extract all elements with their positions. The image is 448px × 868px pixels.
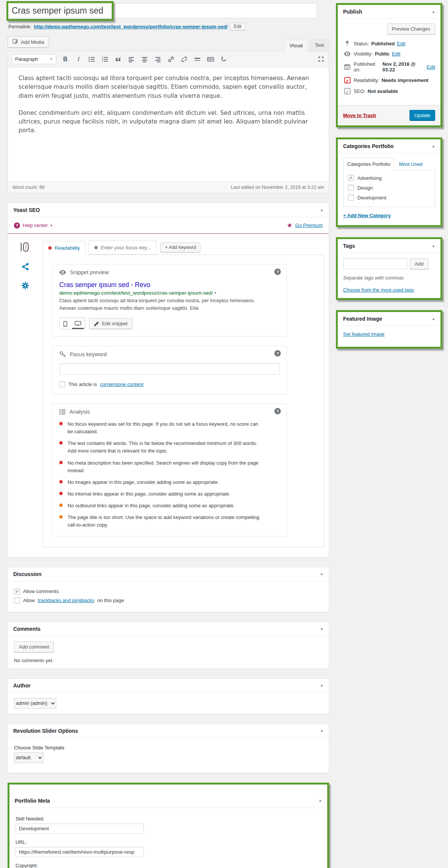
tab-text[interactable]: Text [309,40,329,51]
url-input[interactable] [15,847,144,857]
permalink-link[interactable]: http://demo.wpthemego.com/test/test_word… [34,24,228,29]
share-icon[interactable] [21,263,29,271]
chevron-down-icon: ▾ [50,224,52,227]
allow-comments-checkbox[interactable] [14,588,20,595]
bullet-list-icon[interactable] [88,55,96,63]
post-title-input[interactable] [8,3,317,18]
tags-panel: Tags ▲ Add Separate tags with commas Cho… [338,239,440,298]
focus-keyword-heading: Focus keyword [70,351,107,357]
preview-changes-button[interactable]: Preview Changes [387,23,435,34]
collapse-toggle-icon[interactable]: ▲ [320,209,323,212]
align-right-icon[interactable] [154,55,162,63]
fullscreen-icon[interactable] [317,55,325,63]
unlink-icon[interactable] [180,55,188,63]
desktop-preview-icon[interactable] [71,318,85,329]
collapse-toggle-icon[interactable]: ▲ [320,684,323,687]
help-center-button[interactable]: ? Help center ▾ [14,222,52,229]
published-on-edit-link[interactable]: Edit [427,64,435,70]
trackbacks-link[interactable]: trackbacks and pingbacks [38,598,94,603]
more-tag-icon[interactable] [193,55,202,63]
collapse-toggle-icon[interactable]: ▲ [432,145,435,148]
category-checkbox[interactable] [348,175,354,181]
collapse-toggle-icon[interactable]: ▲ [432,10,435,14]
most-used-tags-link[interactable]: Choose from the most used tags [343,287,414,293]
traffic-light-icon [20,242,30,252]
permalink-edit-button[interactable]: Edit [230,23,245,30]
readability-label: Readability: [354,77,379,83]
add-tag-button[interactable]: Add [410,258,428,269]
status-label: Status: [354,41,369,46]
update-button[interactable]: Update [410,110,435,121]
align-left-icon[interactable] [127,55,135,63]
tab-all-categories[interactable]: Categories Portfolio [343,158,394,170]
star-icon: ★ [287,221,293,229]
add-new-category-link[interactable]: + Add New Category [343,213,391,218]
author-select[interactable]: admin (admin) [14,698,56,709]
blockquote-icon[interactable] [114,55,122,63]
snippet-preview-heading: Snippet preview [70,269,109,275]
severity-dot [59,492,63,495]
categories-tabs: Categories Portfolio Most Used [343,158,435,170]
help-icon[interactable]: ? [274,408,281,414]
move-to-trash-link[interactable]: Move to Trash [343,113,376,118]
toolbar-toggle-icon[interactable] [206,55,215,63]
skill-needed-input[interactable] [15,823,144,834]
word-count-label: Word count: [12,185,38,190]
snippet-title[interactable]: Cras semper ipsum sed - Revo [59,281,280,289]
collapse-toggle-icon[interactable]: ▲ [320,627,323,630]
mobile-preview-icon[interactable] [60,318,71,329]
tab-visual[interactable]: Visual [284,40,308,51]
analysis-item: The text contains 66 words. This is far … [59,440,265,455]
status-edit-link[interactable]: Edit [397,41,405,46]
refresh-icon[interactable] [220,55,228,63]
category-checkbox[interactable] [348,185,354,191]
link-icon[interactable] [167,55,175,63]
tags-input[interactable] [343,258,407,269]
cornerstone-checkbox[interactable] [59,381,65,387]
add-comment-button[interactable]: Add comment [14,641,54,652]
add-keyword-button[interactable]: + Add keyword [160,242,200,252]
italic-icon[interactable]: I [74,55,83,63]
paragraph-format-select[interactable]: Paragraph ▼ [12,54,56,64]
focus-keyword-input[interactable] [59,363,280,375]
gear-icon[interactable] [21,281,29,290]
category-item: Design [348,185,430,191]
numbered-list-icon[interactable] [101,55,109,63]
yoast-icon-rail [8,241,43,547]
visibility-edit-link[interactable]: Edit [392,51,400,57]
media-row: Add Media Visual Text [8,36,329,51]
bold-icon[interactable]: B [61,55,69,63]
analysis-item: No images appear in this page, consider … [59,479,265,486]
keyword-score-dot [94,246,98,249]
tags-hint: Separate tags with commas [343,275,435,281]
collapse-toggle-icon[interactable]: ▲ [432,244,435,248]
analysis-text: No outbound links appear in this page, c… [68,502,235,510]
analysis-item: No internal links appear in this page, c… [59,490,265,498]
category-checkbox[interactable] [348,195,354,201]
main-column: Permalink: http://demo.wpthemego.com/tes… [8,3,329,868]
tab-focus-keyword[interactable]: Enter your focus key... [89,241,157,255]
collapse-toggle-icon[interactable]: ▲ [319,799,322,802]
slide-template-select[interactable]: default [14,752,43,763]
help-icon[interactable]: ? [274,350,281,357]
cornerstone-link[interactable]: cornerstone content [100,381,143,387]
align-center-icon[interactable] [140,55,149,63]
edit-snippet-button[interactable]: Edit snippet [89,318,132,329]
set-featured-image-link[interactable]: Set featured image [343,331,385,337]
trackbacks-label-suffix: on this page [97,598,124,603]
media-icon [12,39,18,45]
help-icon[interactable]: ? [274,269,281,275]
copyright-label: Copyright: [15,863,321,868]
tab-most-used[interactable]: Most Used [394,158,427,170]
allow-trackbacks-checkbox[interactable] [14,598,20,604]
content-paragraph: Donec condimentum orci elit, aliquam con… [18,109,318,135]
tab-readability[interactable]: Readability [43,241,86,255]
go-premium-link[interactable]: Go Premium [295,222,323,228]
collapse-toggle-icon[interactable]: ▲ [320,729,323,732]
collapse-toggle-icon[interactable]: ▲ [432,317,435,321]
featured-image-panel-title: Featured Image [343,316,382,322]
add-media-button[interactable]: Add Media [8,36,49,48]
collapse-toggle-icon[interactable]: ▲ [320,572,323,576]
portfolio-meta-panel-title: Portfolio Meta [15,798,50,804]
editor-content-area[interactable]: Class aptent taciti sociosqu ad litora t… [8,67,329,181]
